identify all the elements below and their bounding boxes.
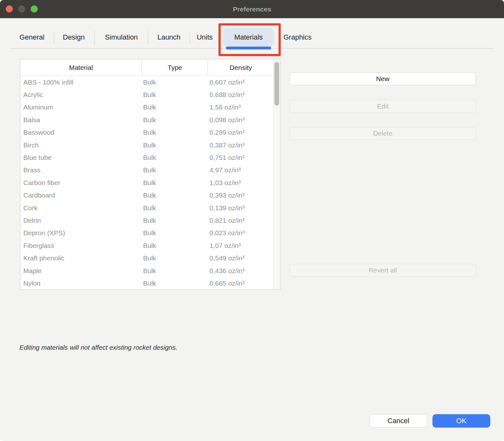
minimize-button[interactable] <box>18 5 25 12</box>
tab-separator <box>223 31 223 45</box>
table-row[interactable]: Depron (XPS) Bulk 0,023 oz/in³ <box>20 227 280 239</box>
cell-density: 0,023 oz/in³ <box>210 229 245 237</box>
cell-type: Bulk <box>143 204 156 212</box>
cell-density: 0,821 oz/in³ <box>210 217 245 224</box>
column-header-type[interactable]: Type <box>142 59 208 76</box>
cell-material: Acrylic <box>23 91 43 99</box>
cell-type: Bulk <box>143 229 156 237</box>
cell-density: 1,56 oz/in³ <box>210 103 241 111</box>
cell-material: Cardboard <box>23 191 55 199</box>
tab-separator <box>94 31 95 45</box>
cell-type: Bulk <box>143 141 156 149</box>
cell-density: 0,387 oz/in³ <box>210 141 245 149</box>
cell-type: Bulk <box>143 91 156 99</box>
tab-simulation[interactable]: Simulation <box>97 28 146 47</box>
tab-graphics[interactable]: Graphics <box>276 28 319 47</box>
selected-tab-underline <box>226 47 271 49</box>
cell-density: 0,098 oz/in³ <box>210 116 245 124</box>
edit-button[interactable]: Edit <box>290 100 476 113</box>
table-row[interactable]: Blue tube Bulk 0,751 oz/in³ <box>20 151 280 164</box>
revert-all-button[interactable]: Revert all <box>290 264 476 277</box>
table-body: ABS - 100% infill Bulk 0,607 oz/in³ Acry… <box>20 76 280 290</box>
column-header-density[interactable]: Density <box>208 59 273 76</box>
table-row[interactable]: Carbon fiber Bulk 1,03 oz/in³ <box>20 176 280 189</box>
ok-button[interactable]: OK <box>432 414 490 428</box>
table-row[interactable]: Maple Bulk 0,436 oz/in³ <box>20 265 280 277</box>
tab-materials[interactable]: Materials <box>224 28 273 47</box>
cell-material: Carbon fiber <box>23 179 60 187</box>
table-row[interactable]: Birch Bulk 0,387 oz/in³ <box>20 139 280 151</box>
tab-launch[interactable]: Launch <box>150 28 188 47</box>
tab-design[interactable]: Design <box>55 28 93 47</box>
table-row[interactable]: Kraft phenolic Bulk 0,549 oz/in³ <box>20 252 280 264</box>
tab-units[interactable]: Units <box>187 28 222 47</box>
preferences-window: Preferences General Design Simulation La… <box>0 0 504 441</box>
table-row[interactable]: Delrin Bulk 0,821 oz/in³ <box>20 214 280 227</box>
table-row[interactable]: Fiberglass Bulk 1,07 oz/in³ <box>20 239 280 252</box>
close-button[interactable] <box>6 5 13 12</box>
cell-material: Kraft phenolic <box>23 254 64 262</box>
cell-type: Bulk <box>143 166 156 174</box>
tab-materials-label: Materials <box>234 33 263 41</box>
cell-type: Bulk <box>143 267 156 275</box>
table-header: Material Type Density <box>20 59 280 76</box>
zoom-button[interactable] <box>31 5 38 12</box>
table-row[interactable]: Aluminum Bulk 1,56 oz/in³ <box>20 101 280 114</box>
table-scrollbar-track[interactable] <box>273 59 280 289</box>
cell-material: Fiberglass <box>23 242 54 250</box>
title-bar: Preferences <box>0 0 504 18</box>
cell-material: Depron (XPS) <box>23 229 65 237</box>
cell-type: Bulk <box>143 116 156 124</box>
cell-density: 0,688 oz/in³ <box>210 91 245 99</box>
tab-separator <box>54 31 54 45</box>
tab-general[interactable]: General <box>13 28 51 47</box>
materials-table: Material Type Density ABS - 100% infill … <box>20 59 280 290</box>
cell-material: Birch <box>23 141 39 149</box>
cell-type: Bulk <box>143 191 156 199</box>
table-row[interactable]: ABS - 100% infill Bulk 0,607 oz/in³ <box>20 76 280 88</box>
table-scrollbar-thumb[interactable] <box>274 62 279 106</box>
cell-density: 0,139 oz/in³ <box>210 204 245 212</box>
traffic-lights <box>6 5 38 12</box>
cell-density: 0,665 oz/in³ <box>210 280 245 287</box>
table-row[interactable]: Acrylic Bulk 0,688 oz/in³ <box>20 88 280 101</box>
cell-type: Bulk <box>143 217 156 224</box>
cell-type: Bulk <box>143 154 156 161</box>
cell-type: Bulk <box>143 242 156 250</box>
column-header-material[interactable]: Material <box>20 59 142 76</box>
cell-material: Aluminum <box>23 103 53 111</box>
materials-note: Editing materials will not affect existi… <box>19 344 178 351</box>
tab-separator <box>148 31 148 45</box>
cell-material: Blue tube <box>23 154 52 161</box>
cell-material: Brass <box>23 166 41 174</box>
cell-density: 0,549 oz/in³ <box>210 254 245 262</box>
cell-material: Nylon <box>23 280 41 287</box>
cell-type: Bulk <box>143 179 156 187</box>
cancel-button[interactable]: Cancel <box>370 414 427 428</box>
table-row[interactable]: Brass Bulk 4,97 oz/in³ <box>20 164 280 176</box>
cell-type: Bulk <box>143 78 156 86</box>
table-row[interactable]: Basswood Bulk 0,289 oz/in³ <box>20 126 280 139</box>
cell-density: 1,07 oz/in³ <box>210 242 241 250</box>
cell-density: 4,97 oz/in³ <box>210 166 241 174</box>
tab-separator <box>274 31 274 45</box>
delete-button[interactable]: Delete <box>290 127 476 140</box>
cell-material: Cork <box>23 204 37 212</box>
cell-density: 0,393 oz/in³ <box>210 191 245 199</box>
table-row[interactable]: Cork Bulk 0,139 oz/in³ <box>20 202 280 214</box>
cell-density: 0,436 oz/in³ <box>210 267 245 275</box>
cell-type: Bulk <box>143 129 156 136</box>
cell-density: 0,607 oz/in³ <box>210 78 245 86</box>
cell-material: Maple <box>23 267 42 275</box>
cell-density: 0,751 oz/in³ <box>210 154 245 161</box>
table-row[interactable]: Balsa Bulk 0,098 oz/in³ <box>20 114 280 126</box>
new-button[interactable]: New <box>290 72 476 85</box>
cell-density: 0,289 oz/in³ <box>210 129 245 136</box>
window-title: Preferences <box>233 5 271 13</box>
cell-type: Bulk <box>143 280 156 287</box>
table-row[interactable]: Nylon Bulk 0,665 oz/in³ <box>20 277 280 289</box>
table-row[interactable]: Cardboard Bulk 0,393 oz/in³ <box>20 189 280 202</box>
cell-material: Delrin <box>23 217 41 224</box>
cell-material: Balsa <box>23 116 40 124</box>
cell-type: Bulk <box>143 254 156 262</box>
